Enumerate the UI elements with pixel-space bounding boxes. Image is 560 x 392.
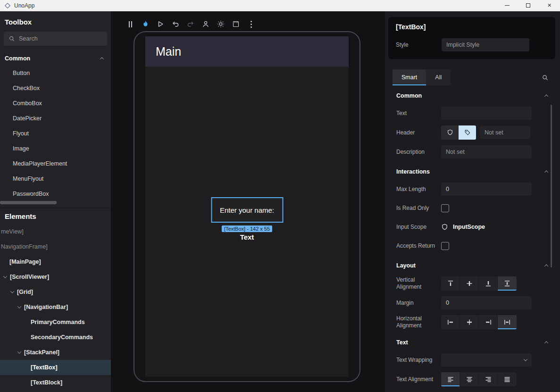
tree-item-label: [TextBlock] — [31, 379, 62, 386]
search-icon — [8, 35, 15, 42]
property-row-text-alignment: Text Alignment — [385, 369, 560, 389]
tree-item[interactable]: [TextBlock] — [0, 375, 111, 390]
tree-item[interactable]: [StackPanel] — [0, 345, 111, 360]
redo-icon[interactable] — [184, 18, 197, 30]
canvas-toolbar — [124, 18, 257, 30]
search-input[interactable] — [19, 35, 102, 42]
valign-bottom-icon[interactable] — [479, 276, 498, 291]
toolbox-item-label: Image — [13, 145, 29, 152]
property-row-horizontal-alignment: Horizontal Alignment — [385, 312, 560, 332]
tree-item-label: SecondaryCommands — [31, 334, 93, 341]
text-input[interactable] — [441, 107, 532, 120]
undo-icon[interactable] — [169, 18, 182, 30]
property-row-text: Text — [385, 104, 560, 123]
property-row-text-wrapping: Text Wrapping — [385, 350, 560, 369]
halign-left-icon[interactable] — [441, 315, 460, 329]
drag-handle-icon[interactable] — [124, 18, 136, 30]
scrollbar-thumb[interactable] — [0, 201, 57, 204]
style-input[interactable] — [442, 38, 529, 51]
tab-all[interactable]: All — [426, 69, 451, 85]
valign-center-icon[interactable] — [460, 276, 479, 291]
chevron-down-icon[interactable] — [17, 304, 21, 308]
text-align-left-icon[interactable] — [441, 372, 460, 386]
tree-item[interactable]: [TextBox] — [0, 360, 111, 375]
chevron-up-icon — [544, 170, 548, 174]
margin-input[interactable] — [441, 296, 532, 309]
toolbox-item-label: DatePicker — [13, 115, 42, 122]
max-length-label: Max Length — [396, 186, 441, 193]
textblock-element[interactable]: Text — [240, 233, 254, 241]
tree-item[interactable]: meView] — [0, 224, 111, 239]
header-binding-shield-icon[interactable] — [441, 125, 459, 140]
input-scope-value[interactable]: InputScope — [441, 224, 485, 231]
toolbox-item[interactable]: MenuFlyout — [0, 171, 111, 186]
valign-top-icon[interactable] — [441, 276, 460, 291]
section-text[interactable]: Text — [385, 332, 560, 350]
toolbox-section-common[interactable]: Common — [0, 51, 111, 66]
tree-item[interactable]: [MainPage] — [0, 254, 111, 269]
text-align-center-icon[interactable] — [460, 372, 479, 386]
property-row-vertical-alignment: Vertical Alignment — [385, 274, 560, 293]
max-length-input[interactable] — [441, 183, 532, 196]
tree-item[interactable]: [ScrollViewer] — [0, 269, 111, 284]
header-label: Header — [396, 129, 441, 136]
page-title: Main — [156, 45, 181, 58]
toolbox-item[interactable]: Button — [0, 66, 111, 81]
chevron-down-icon[interactable] — [10, 289, 14, 293]
theme-toggle-sun-icon[interactable] — [215, 18, 227, 30]
toolbox-search[interactable] — [4, 32, 107, 46]
toolbox-horizontal-scrollbar[interactable] — [0, 201, 111, 204]
chevron-down-icon — [524, 357, 527, 361]
chevron-down-icon[interactable] — [3, 274, 7, 278]
header-input[interactable] — [480, 126, 530, 139]
toolbox-item[interactable]: Flyout — [0, 126, 111, 141]
section-layout[interactable]: Layout — [385, 255, 560, 274]
section-common[interactable]: Common — [385, 85, 560, 104]
page-body[interactable]: Enter your name: [TextBox] - 142 x 55 Te… — [145, 67, 349, 377]
navigation-bar[interactable]: Main — [145, 36, 349, 67]
shield-icon — [441, 224, 448, 231]
section-interactions[interactable]: Interactions — [385, 161, 560, 180]
hot-reload-flame-icon[interactable] — [139, 18, 151, 30]
design-canvas[interactable]: Main Enter your name: [TextBox] - 142 x … — [111, 11, 385, 392]
tree-item[interactable]: [Grid] — [0, 284, 111, 300]
halign-center-icon[interactable] — [460, 315, 479, 329]
header-tag-icon[interactable] — [459, 125, 476, 140]
maximize-button[interactable] — [518, 0, 539, 11]
properties-scrollbar[interactable] — [551, 105, 552, 267]
toolbox-item[interactable]: Image — [0, 141, 111, 156]
accepts-return-checkbox[interactable] — [441, 242, 449, 250]
property-row-placeholder: Placeholder — [385, 389, 560, 392]
tree-item[interactable]: [NavigationBar] — [0, 300, 111, 315]
toolbox-item[interactable]: MediaPlayerElement — [0, 156, 111, 171]
halign-stretch-icon[interactable] — [498, 315, 517, 329]
more-kebab-icon[interactable] — [245, 18, 257, 30]
valign-stretch-icon[interactable] — [498, 276, 517, 291]
selected-textbox[interactable]: Enter your name: — [211, 197, 283, 223]
chevron-down-icon[interactable] — [17, 350, 21, 353]
app-screen[interactable]: Main Enter your name: [TextBox] - 142 x … — [145, 36, 349, 377]
inspect-element-icon[interactable] — [200, 18, 212, 30]
toolbox-item[interactable]: CheckBox — [0, 81, 111, 96]
guides-ruler-icon[interactable] — [230, 18, 242, 30]
tree-item-label: [StackPanel] — [24, 349, 59, 356]
tree-item[interactable]: PrimaryCommands — [0, 315, 111, 330]
text-wrapping-dropdown[interactable] — [441, 353, 532, 367]
properties-search-icon[interactable] — [542, 74, 549, 81]
text-align-justify-icon[interactable] — [498, 372, 517, 386]
toolbox-item[interactable]: ComboBox — [0, 96, 111, 111]
toolbox-item[interactable]: PasswordBox — [0, 186, 111, 201]
text-align-right-icon[interactable] — [479, 372, 498, 386]
minimize-button[interactable] — [496, 0, 518, 11]
device-frame: Main Enter your name: [TextBox] - 142 x … — [134, 31, 360, 382]
description-input[interactable] — [441, 145, 532, 158]
tab-smart[interactable]: Smart — [393, 69, 426, 85]
toolbox-item[interactable]: DatePicker — [0, 111, 111, 126]
tree-item[interactable]: NavigationFrame] — [0, 239, 111, 254]
close-button[interactable]: ✕ — [539, 0, 560, 11]
is-read-only-checkbox[interactable] — [441, 204, 449, 212]
halign-right-icon[interactable] — [479, 315, 498, 329]
tree-item[interactable]: SecondaryCommands — [0, 330, 111, 345]
play-icon[interactable] — [154, 18, 167, 30]
vertical-alignment-group — [441, 276, 517, 291]
